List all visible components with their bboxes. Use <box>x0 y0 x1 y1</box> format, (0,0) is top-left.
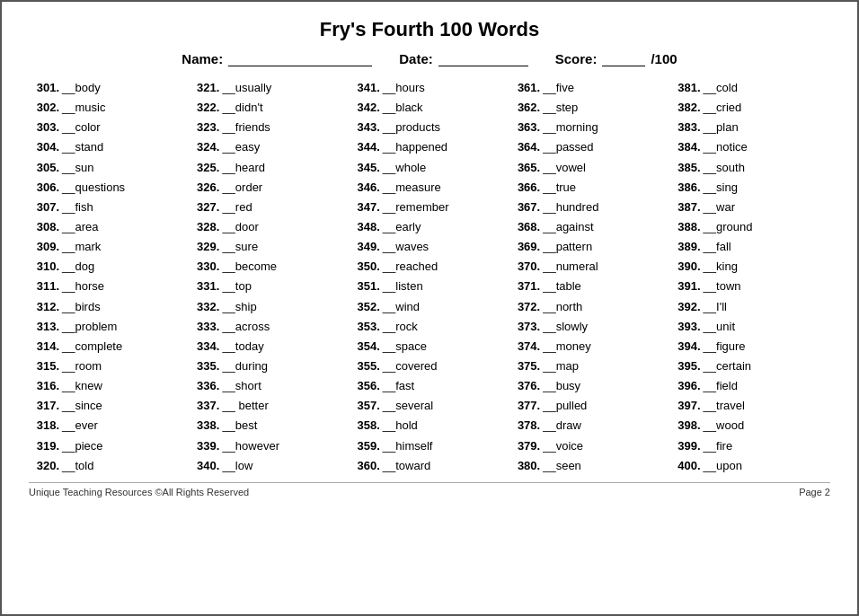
word-number: 329. <box>189 238 219 256</box>
word-text: __sing <box>704 179 738 197</box>
word-number: 396. <box>670 377 701 395</box>
list-item: 348.__early <box>350 218 509 236</box>
word-number: 362. <box>509 99 540 117</box>
list-item: 355.__covered <box>350 357 509 375</box>
word-number: 340. <box>189 457 219 475</box>
word-number: 394. <box>670 338 701 356</box>
word-number: 359. <box>350 437 380 455</box>
word-text: __slowly <box>543 318 588 336</box>
list-item: 347.__remember <box>350 198 509 216</box>
list-item: 369.__pattern <box>509 238 669 256</box>
list-item: 306.__questions <box>29 179 189 197</box>
word-number: 303. <box>29 119 59 136</box>
word-number: 339. <box>189 437 219 455</box>
word-number: 318. <box>29 417 59 435</box>
word-text: __vowel <box>543 159 586 177</box>
word-text: __seen <box>543 457 581 475</box>
word-text: __door <box>222 218 258 236</box>
list-item: 361.__five <box>509 79 669 97</box>
word-text: __against <box>543 218 593 236</box>
list-item: 391.__town <box>670 277 830 295</box>
word-number: 344. <box>350 138 380 156</box>
word-number: 302. <box>29 99 59 117</box>
list-item: 315.__room <box>29 357 189 375</box>
word-text: __become <box>222 258 277 276</box>
word-text: __dog <box>62 258 94 276</box>
column-5: 381.__cold382.__cried383.__plan384.__not… <box>670 79 830 475</box>
word-number: 384. <box>670 138 701 156</box>
word-text: __table <box>543 277 581 295</box>
word-text: __unit <box>704 318 735 336</box>
word-text: __during <box>222 357 268 375</box>
word-text: __best <box>222 417 257 435</box>
date-label: Date: <box>399 51 433 66</box>
word-number: 332. <box>189 298 219 316</box>
list-item: 352.__wind <box>350 298 509 316</box>
page: Fry's Fourth 100 Words Name: Date: Score… <box>0 0 859 616</box>
word-number: 333. <box>189 318 219 336</box>
list-item: 327.__red <box>189 198 349 216</box>
word-text: __didn't <box>222 99 262 117</box>
word-text: __five <box>543 79 574 97</box>
name-field: Name: <box>182 50 372 66</box>
word-number: 319. <box>29 437 59 455</box>
list-item: 400.__upon <box>670 457 830 475</box>
word-number: 395. <box>670 357 701 375</box>
word-number: 345. <box>350 159 380 177</box>
list-item: 373.__slowly <box>509 318 669 336</box>
word-number: 343. <box>350 119 380 136</box>
word-text: __products <box>383 119 440 136</box>
list-item: 335.__during <box>189 357 349 375</box>
list-item: 396.__field <box>670 377 830 395</box>
word-number: 331. <box>189 277 219 295</box>
list-item: 349.__waves <box>350 238 509 256</box>
word-text: __plan <box>704 119 739 136</box>
name-underline[interactable] <box>228 50 372 66</box>
word-number: 334. <box>189 338 219 356</box>
list-item: 395.__certain <box>670 357 830 375</box>
word-text: __space <box>383 338 427 356</box>
date-underline[interactable] <box>438 50 528 66</box>
list-item: 316.__knew <box>29 377 189 395</box>
list-item: 367.__hundred <box>509 198 669 216</box>
word-text: __red <box>222 198 252 216</box>
word-number: 305. <box>29 159 59 177</box>
list-item: 313.__problem <box>29 318 189 336</box>
word-number: 348. <box>350 218 380 236</box>
word-text: __morning <box>543 119 598 136</box>
word-number: 380. <box>509 457 540 475</box>
word-number: 363. <box>509 119 540 136</box>
score-underline[interactable] <box>602 50 645 66</box>
list-item: 351.__listen <box>350 277 509 295</box>
word-text: __sun <box>62 159 93 177</box>
word-number: 304. <box>29 138 59 156</box>
list-item: 362.__step <box>509 99 669 117</box>
list-item: 381.__cold <box>670 79 830 97</box>
list-item: 305.__sun <box>29 159 189 177</box>
list-item: 320.__told <box>29 457 189 475</box>
word-text: __certain <box>704 357 751 375</box>
name-label: Name: <box>182 51 223 66</box>
list-item: 376.__busy <box>509 377 669 395</box>
word-text: __covered <box>383 357 438 375</box>
column-4: 361.__five362.__step363.__morning364.__p… <box>509 79 669 475</box>
list-item: 371.__table <box>509 277 669 295</box>
list-item: 314.__complete <box>29 338 189 356</box>
word-text: __ever <box>62 417 98 435</box>
copyright: Unique Teaching Resources ©All Rights Re… <box>29 487 249 497</box>
word-text: __top <box>222 277 252 295</box>
word-text: __numeral <box>543 258 598 276</box>
word-text: __pulled <box>543 397 587 415</box>
word-text: __I'll <box>704 298 727 316</box>
score-field: Score: /100 <box>555 50 677 66</box>
word-number: 358. <box>350 417 380 435</box>
word-number: 349. <box>350 238 380 256</box>
word-number: 337. <box>189 397 219 415</box>
word-text: __north <box>543 298 582 316</box>
word-number: 360. <box>350 457 380 475</box>
word-number: 393. <box>670 318 701 336</box>
word-text: __color <box>62 119 101 136</box>
header-row: Name: Date: Score: /100 <box>29 50 830 66</box>
footer: Unique Teaching Resources ©All Rights Re… <box>29 482 830 497</box>
list-item: 360.__toward <box>350 457 509 475</box>
